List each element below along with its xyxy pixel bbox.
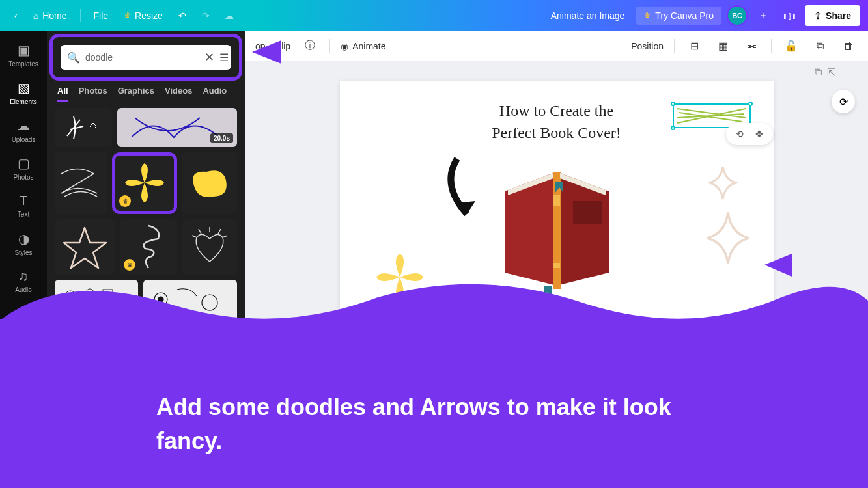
annotation-caption: Add some doodles and Arrows to make it l… xyxy=(156,390,742,458)
redo-icon: ↷ xyxy=(202,10,210,21)
home-button[interactable]: ⌂ Home xyxy=(27,7,74,25)
cloud-icon: ☁ xyxy=(225,10,234,21)
duplicate-page-button[interactable]: ⧉ xyxy=(815,66,822,79)
element-tile[interactable] xyxy=(182,219,237,275)
share-label: Share xyxy=(826,10,851,21)
clear-icon[interactable]: ✕ xyxy=(204,50,214,64)
annotation-overlay: Add some doodles and Arrows to make it l… xyxy=(0,319,868,488)
link-icon: ⫘ xyxy=(746,40,757,52)
document-title[interactable]: Animate an Image xyxy=(544,7,632,25)
redo-button[interactable]: ↷ xyxy=(195,5,216,26)
premium-badge: ♛ xyxy=(124,259,135,271)
sparkle-element[interactable] xyxy=(705,211,751,266)
divider xyxy=(674,39,675,53)
delete-button[interactable]: 🗑 xyxy=(839,37,858,55)
back-button[interactable]: ‹ xyxy=(8,7,24,25)
transparency-button[interactable]: ▦ xyxy=(714,37,732,55)
insights-button[interactable]: ⫾⫿⫾ xyxy=(779,5,800,26)
app-header: ‹ ⌂ Home File ♛ Resize ↶ ↷ ☁ Animate an … xyxy=(0,0,868,31)
chart-icon: ⫾⫿⫾ xyxy=(783,10,796,21)
resize-handle[interactable] xyxy=(671,102,675,106)
element-tile[interactable] xyxy=(55,108,112,147)
home-icon: ⌂ xyxy=(33,10,38,21)
search-bar[interactable]: 🔍 ✕ ☰ xyxy=(61,45,231,70)
book-element[interactable] xyxy=(485,159,628,295)
search-input[interactable] xyxy=(85,52,199,62)
photos-icon: ▢ xyxy=(18,156,30,171)
rail-label: Uploads xyxy=(12,136,36,143)
duplicate-button[interactable]: ⧉ xyxy=(811,37,829,55)
rail-text[interactable]: TText xyxy=(0,187,47,224)
expand-page-button[interactable]: ⇱ xyxy=(827,66,835,79)
refresh-floater[interactable]: ⟳ xyxy=(832,90,855,113)
rail-photos[interactable]: ▢Photos xyxy=(0,150,47,186)
premium-badge: ♛ xyxy=(119,195,131,207)
tab-photos[interactable]: Photos xyxy=(79,86,107,102)
file-label: File xyxy=(94,10,109,21)
rail-label: Photos xyxy=(13,174,33,181)
wave-shape xyxy=(0,281,868,320)
filter-icon[interactable]: ☰ xyxy=(219,51,229,64)
resize-handle[interactable] xyxy=(748,102,753,106)
heart-doodle-icon xyxy=(187,226,232,268)
search-icon: 🔍 xyxy=(67,51,80,64)
element-tile[interactable] xyxy=(182,152,237,214)
rail-label: Text xyxy=(18,211,29,218)
filter-tabs: All Photos Graphics Videos Audio xyxy=(47,83,245,108)
rail-styles[interactable]: ◑Styles xyxy=(0,225,47,262)
rail-templates[interactable]: ▣Templates xyxy=(0,36,47,73)
move-button[interactable]: ✥ xyxy=(751,126,768,142)
try-pro-label: Try Canva Pro xyxy=(655,10,714,21)
resize-button[interactable]: ♛ Resize xyxy=(117,7,169,25)
lock-icon: 🔓 xyxy=(785,40,798,52)
elements-icon: ▧ xyxy=(18,80,30,96)
lock-button[interactable]: 🔓 xyxy=(782,37,800,55)
blob-icon xyxy=(187,164,232,203)
text-icon: T xyxy=(20,193,27,208)
undo-icon: ↶ xyxy=(178,10,186,21)
title-line2: Perfect Book Cover! xyxy=(492,124,621,141)
sync-button[interactable]: ⟲ xyxy=(731,126,748,142)
sparkle-element[interactable] xyxy=(708,165,738,201)
link-button[interactable]: ⫘ xyxy=(742,37,761,55)
uploads-icon: ☁ xyxy=(17,118,30,133)
annotation-arrow-left xyxy=(249,33,353,72)
title-text: Animate an Image xyxy=(551,10,625,21)
cloud-sync-button[interactable]: ☁ xyxy=(219,5,240,26)
file-menu[interactable]: File xyxy=(87,7,115,25)
element-tile[interactable]: ♛ xyxy=(120,219,177,275)
page-heading[interactable]: How to Create the Perfect Book Cover! xyxy=(433,100,680,144)
move-icon: ✥ xyxy=(755,129,763,139)
divider xyxy=(771,39,772,53)
resize-handle[interactable] xyxy=(671,126,675,130)
crown-icon: ♛ xyxy=(124,11,131,20)
tab-videos[interactable]: Videos xyxy=(165,86,192,102)
element-tile-selected[interactable]: ♛ xyxy=(112,152,177,214)
rail-uploads[interactable]: ☁Uploads xyxy=(0,112,47,148)
element-tile[interactable] xyxy=(55,152,107,214)
crown-icon: ♛ xyxy=(644,11,651,20)
sparkle-doodle-icon xyxy=(64,113,103,142)
resize-label: Resize xyxy=(135,10,163,21)
header-right: Animate an Image ♛ Try Canva Pro BC ＋ ⫾⫿… xyxy=(544,5,860,26)
search-highlight: 🔍 ✕ ☰ xyxy=(49,34,242,81)
rail-label: Templates xyxy=(8,61,38,68)
user-avatar[interactable]: BC xyxy=(727,5,748,26)
add-member-button[interactable]: ＋ xyxy=(753,5,774,26)
try-pro-button[interactable]: ♛ Try Canva Pro xyxy=(636,7,721,25)
tab-audio[interactable]: Audio xyxy=(203,86,227,102)
star-doodle-icon xyxy=(61,224,109,270)
svg-rect-11 xyxy=(573,201,602,224)
element-tile[interactable] xyxy=(55,219,115,275)
position-button[interactable]: Position xyxy=(631,41,664,51)
svg-rect-9 xyxy=(553,195,560,206)
copy-style-button[interactable]: ⊟ xyxy=(685,37,703,55)
element-float-controls: ⟲ ✥ xyxy=(726,123,773,145)
tab-graphics[interactable]: Graphics xyxy=(118,86,154,102)
undo-button[interactable]: ↶ xyxy=(172,5,193,26)
tab-all[interactable]: All xyxy=(57,86,68,102)
share-button[interactable]: ⇪ Share xyxy=(805,5,860,26)
plus-icon: ＋ xyxy=(759,10,768,21)
element-tile[interactable]: 20.0s xyxy=(117,108,237,147)
rail-elements[interactable]: ▧Elements xyxy=(0,74,47,111)
